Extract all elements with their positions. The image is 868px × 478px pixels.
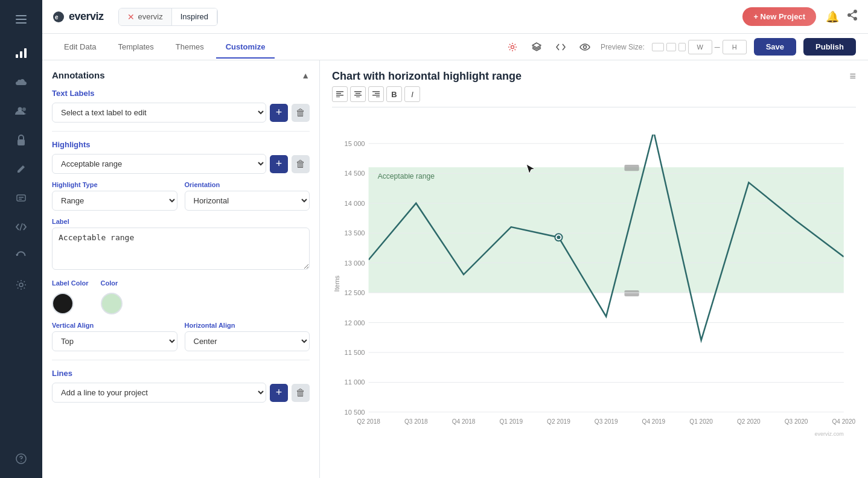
highlights-row: Acceptable range + 🗑 xyxy=(52,154,310,174)
preview-tablet-btn[interactable] xyxy=(666,43,676,51)
svg-rect-26 xyxy=(375,93,380,94)
preview-desktop-btn[interactable] xyxy=(652,43,664,51)
highlight-color-swatch[interactable] xyxy=(101,293,123,314)
chart-svg: Acceptable range 15 000 14 500 xyxy=(332,115,856,465)
share-icon[interactable] xyxy=(846,9,858,24)
horizontal-align-label: Horizontal Align xyxy=(185,322,310,329)
collapse-annotations-button[interactable]: ▲ xyxy=(301,71,310,80)
content-area: Annotations ▲ Text Labels Select a text … xyxy=(42,60,868,478)
highlight-select[interactable]: Acceptable range xyxy=(52,154,266,174)
svg-rect-9 xyxy=(17,195,25,201)
divider-1 xyxy=(52,131,310,132)
text-labels-title: Text Labels xyxy=(52,89,310,98)
svg-text:Q2 2019: Q2 2019 xyxy=(547,418,570,425)
tab-edit-data[interactable]: Edit Data xyxy=(54,36,106,59)
highlight-type-label: Highlight Type xyxy=(52,181,177,188)
nav-lock-icon[interactable] xyxy=(9,128,33,152)
svg-text:11 500: 11 500 xyxy=(345,349,365,356)
nav-pen-icon[interactable] xyxy=(9,157,33,181)
horizontal-align-select[interactable]: Center xyxy=(185,331,310,351)
settings-tool-icon[interactable] xyxy=(504,39,521,56)
color-col: Color xyxy=(101,279,123,314)
label-color-swatch[interactable] xyxy=(52,293,74,314)
highlight-type-orientation-row: Highlight Type Range Orientation Horizon… xyxy=(52,181,310,211)
svg-text:Q4 2020: Q4 2020 xyxy=(832,418,855,425)
nav-users-icon[interactable] xyxy=(9,99,33,123)
align-left-button[interactable] xyxy=(332,86,348,102)
lines-row: Add a line to your project + 🗑 xyxy=(52,383,310,403)
add-line-button[interactable]: + xyxy=(270,384,288,402)
project-name: everviz xyxy=(138,12,163,21)
label-textarea[interactable]: Acceptable range xyxy=(52,228,310,270)
add-text-label-button[interactable]: + xyxy=(270,104,288,122)
align-center-button[interactable] xyxy=(350,86,366,102)
highlights-title: Highlights xyxy=(52,140,310,149)
annotations-header: Annotations ▲ xyxy=(52,70,310,80)
align-row: Vertical Align Top Horizontal Align Cent… xyxy=(52,322,310,351)
svg-rect-0 xyxy=(16,15,27,16)
layers-tool-icon[interactable] xyxy=(528,39,545,56)
svg-rect-20 xyxy=(336,97,340,97)
label-color-label: Label Color xyxy=(52,279,89,287)
annotations-title: Annotations xyxy=(52,70,105,80)
orientation-col: Orientation Horizontal xyxy=(185,181,310,211)
svg-text:Q4 2018: Q4 2018 xyxy=(452,418,476,425)
orientation-select[interactable]: Horizontal xyxy=(185,191,310,211)
nav-cloud-icon[interactable] xyxy=(9,70,33,94)
delete-highlight-button[interactable]: 🗑 xyxy=(292,155,310,173)
chart-title: Chart with horizontal highlight range xyxy=(332,70,522,83)
nav-refresh-icon[interactable] xyxy=(9,244,33,268)
vertical-align-label: Vertical Align xyxy=(52,322,177,329)
nav-menu-icon[interactable] xyxy=(9,7,33,31)
code-tool-icon[interactable] xyxy=(552,39,569,56)
bold-button[interactable]: B xyxy=(386,86,402,102)
color-label: Color xyxy=(101,279,123,287)
svg-text:14 000: 14 000 xyxy=(345,200,365,207)
main-container: e everviz ✕ everviz Inspired + New Proje… xyxy=(42,0,868,478)
delete-line-button[interactable]: 🗑 xyxy=(292,384,310,402)
template-name: Inspired xyxy=(180,12,208,21)
breadcrumb-close[interactable]: ✕ everviz xyxy=(119,8,172,25)
svg-rect-5 xyxy=(24,48,27,58)
text-label-select[interactable]: Select a text label to edit xyxy=(52,103,266,123)
add-highlight-button[interactable]: + xyxy=(270,155,288,173)
svg-text:13 000: 13 000 xyxy=(345,260,365,267)
new-project-button[interactable]: + New Project xyxy=(742,7,816,26)
highlight-type-col: Highlight Type Range xyxy=(52,181,177,211)
preview-height-input[interactable] xyxy=(723,40,747,54)
notifications-icon[interactable]: 🔔 xyxy=(826,10,839,24)
preview-mobile-btn[interactable] xyxy=(678,43,686,51)
nav-settings-icon[interactable] xyxy=(9,273,33,297)
nav-chart-icon[interactable] xyxy=(9,41,33,65)
horizontal-align-col: Horizontal Align Center xyxy=(185,322,310,351)
svg-rect-21 xyxy=(354,91,362,92)
svg-text:Q3 2018: Q3 2018 xyxy=(404,418,428,425)
svg-text:11 000: 11 000 xyxy=(345,378,365,386)
nav-edit-icon[interactable] xyxy=(9,186,33,210)
italic-button[interactable]: I xyxy=(404,86,420,102)
save-button[interactable]: Save xyxy=(754,38,796,56)
tab-templates[interactable]: Templates xyxy=(108,36,163,59)
chart-menu-icon[interactable]: ≡ xyxy=(849,70,856,83)
svg-rect-1 xyxy=(16,19,27,20)
tab-themes[interactable]: Themes xyxy=(166,36,214,59)
tab-customize[interactable]: Customize xyxy=(216,36,275,59)
preview-sizes: – xyxy=(652,40,747,54)
delete-text-label-button[interactable]: 🗑 xyxy=(292,104,310,122)
top-header: e everviz ✕ everviz Inspired + New Proje… xyxy=(42,0,868,34)
align-right-button[interactable] xyxy=(368,86,384,102)
nav-code-icon[interactable] xyxy=(9,215,33,239)
preview-width-input[interactable] xyxy=(688,40,712,54)
highlight-type-select[interactable]: Range xyxy=(52,191,177,211)
svg-text:Q2 2018: Q2 2018 xyxy=(357,418,380,425)
lines-select[interactable]: Add a line to your project xyxy=(52,383,266,403)
logo: e everviz xyxy=(52,10,104,23)
preview-size-label: Preview Size: xyxy=(601,43,645,51)
breadcrumb-template[interactable]: Inspired xyxy=(172,8,217,25)
svg-text:Q3 2020: Q3 2020 xyxy=(785,418,808,425)
nav-help-icon[interactable] xyxy=(9,447,33,471)
vertical-align-col: Vertical Align Top xyxy=(52,322,177,351)
publish-button[interactable]: Publish xyxy=(803,38,856,56)
eye-tool-icon[interactable] xyxy=(576,39,593,56)
vertical-align-select[interactable]: Top xyxy=(52,331,177,351)
